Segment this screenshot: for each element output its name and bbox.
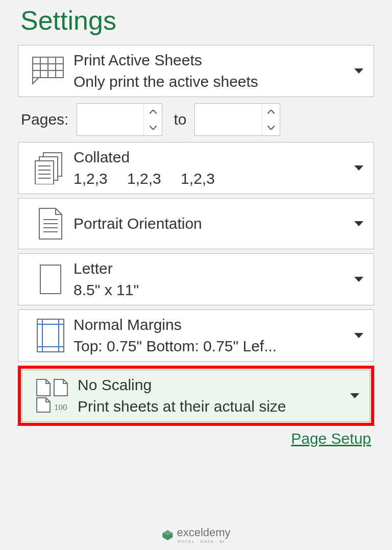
scaling-title: No Scaling: [78, 376, 152, 393]
paper-title: Letter: [74, 260, 113, 277]
paper-size-dropdown[interactable]: Letter 8.5" x 11": [18, 253, 374, 305]
pages-to-label: to: [170, 111, 186, 128]
svg-marker-15: [354, 165, 363, 171]
svg-rect-10: [35, 161, 54, 184]
chevron-down-icon: [353, 165, 364, 171]
scaling-sub: Print sheets at their actual size: [78, 396, 349, 417]
chevron-down-icon: [353, 333, 364, 338]
svg-marker-7: [354, 68, 363, 74]
print-what-title: Print Active Sheets: [74, 52, 202, 68]
collate-sub: 1,2,3 1,2,3 1,2,3: [74, 168, 353, 189]
collate-title: Collated: [74, 149, 130, 165]
spin-down-icon[interactable]: [262, 119, 280, 135]
margins-dropdown[interactable]: Normal Margins Top: 0.75" Bottom: 0.75" …: [18, 309, 374, 362]
scaling-dropdown[interactable]: 100 No Scaling Print sheets at their act…: [22, 370, 370, 422]
sheets-icon: [28, 57, 74, 85]
svg-rect-21: [40, 265, 61, 294]
pages-to-input[interactable]: [195, 104, 261, 135]
svg-text:100: 100: [54, 402, 67, 412]
orientation-title: Portrait Orientation: [74, 215, 202, 232]
orientation-dropdown[interactable]: Portrait Orientation: [18, 198, 374, 249]
spin-down-icon[interactable]: [144, 119, 162, 135]
svg-marker-28: [354, 333, 363, 338]
svg-marker-6: [33, 78, 39, 84]
paper-sub: 8.5" x 11": [74, 279, 353, 301]
print-what-sub: Only print the active sheets: [74, 71, 353, 92]
page-outline-icon: [28, 263, 74, 296]
chevron-down-icon: [353, 68, 364, 74]
margins-icon: [28, 318, 74, 353]
chevron-down-icon: [353, 277, 364, 282]
pages-row: Pages: to: [18, 101, 374, 138]
collate-dropdown[interactable]: Collated 1,2,3 1,2,3 1,2,3: [18, 142, 374, 194]
collated-icon: [28, 152, 74, 184]
portrait-page-icon: [28, 207, 74, 240]
pages-label: Pages:: [18, 111, 68, 128]
svg-marker-20: [354, 221, 363, 226]
watermark-name: exceldemy: [177, 526, 230, 539]
chevron-down-icon: [349, 393, 360, 398]
print-what-dropdown[interactable]: Print Active Sheets Only print the activ…: [18, 45, 374, 97]
pages-to-spinner[interactable]: [194, 103, 280, 136]
margins-sub: Top: 0.75" Bottom: 0.75" Lef...: [74, 336, 353, 357]
svg-marker-22: [354, 277, 363, 282]
scaling-highlight: 100 No Scaling Print sheets at their act…: [18, 366, 374, 426]
pages-from-spinner[interactable]: [77, 103, 162, 136]
settings-heading: Settings: [20, 5, 374, 36]
svg-marker-30: [350, 393, 359, 398]
watermark-tag: EXCEL · DATA · BI: [178, 539, 230, 544]
page-setup-link[interactable]: Page Setup: [291, 430, 371, 447]
scaling-icon: 100: [32, 378, 78, 413]
chevron-down-icon: [353, 221, 364, 226]
spin-up-icon[interactable]: [262, 104, 280, 119]
pages-from-input[interactable]: [77, 104, 143, 135]
watermark: exceldemy EXCEL · DATA · BI: [161, 526, 230, 544]
spin-up-icon[interactable]: [144, 104, 162, 119]
watermark-logo-icon: [161, 529, 174, 541]
margins-title: Normal Margins: [74, 316, 182, 333]
